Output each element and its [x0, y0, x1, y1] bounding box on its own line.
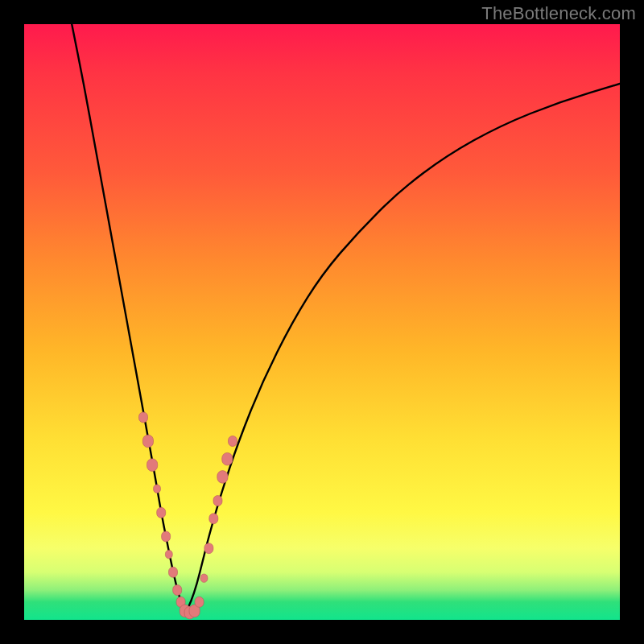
- marker-6: [165, 550, 172, 558]
- marker-14: [200, 574, 208, 582]
- marker-20: [229, 436, 237, 447]
- data-markers: [139, 412, 237, 619]
- marker-1: [142, 435, 153, 448]
- bottleneck-curve: [72, 24, 620, 614]
- marker-18: [217, 471, 228, 484]
- marker-16: [209, 514, 218, 524]
- marker-0: [139, 412, 148, 423]
- marker-2: [147, 459, 158, 472]
- marker-7: [169, 567, 178, 577]
- marker-3: [154, 485, 161, 493]
- marker-8: [173, 585, 182, 596]
- marker-17: [213, 496, 222, 506]
- marker-19: [222, 452, 233, 465]
- curve-layer: [24, 24, 620, 620]
- plot-area: [24, 24, 620, 620]
- curve-right-branch: [185, 84, 620, 614]
- marker-15: [204, 543, 213, 554]
- marker-5: [162, 531, 171, 542]
- marker-4: [157, 507, 166, 518]
- chart-frame: TheBottleneck.com: [0, 0, 644, 644]
- watermark-text: TheBottleneck.com: [481, 3, 636, 24]
- marker-13: [195, 597, 204, 607]
- curve-left-branch: [72, 24, 185, 614]
